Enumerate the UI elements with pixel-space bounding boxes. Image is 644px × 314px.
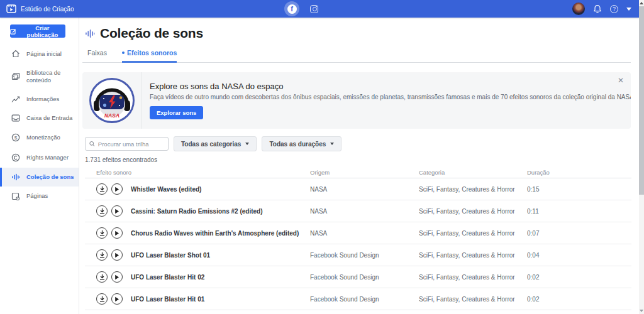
- track-name-cell: UFO Laser Blaster Hit 01: [85, 293, 310, 305]
- track-name-cell: UFO Laser Blaster Hit 02: [85, 271, 310, 283]
- search-input[interactable]: [98, 141, 164, 148]
- avatar[interactable]: [572, 3, 585, 15]
- help-icon[interactable]: ?: [610, 5, 618, 13]
- play-button[interactable]: [111, 271, 123, 283]
- copyright-icon: [11, 153, 20, 162]
- facebook-tab[interactable]: f: [284, 1, 299, 16]
- sidebar-item-sound-collection[interactable]: Coleção de sons: [0, 168, 79, 187]
- table-row: Whistler Waves (edited) NASA SciFi, Fant…: [85, 178, 631, 200]
- table-header-row: Efeito sonoro Origem Categoria Duração: [85, 166, 631, 178]
- search-box: [85, 137, 169, 151]
- table-row: UFO Laser Blaster Shot 01 Facebook Sound…: [85, 244, 631, 266]
- track-category: SciFi, Fantasy, Creatures & Horror: [419, 274, 527, 281]
- banner-close-icon[interactable]: ✕: [618, 77, 624, 84]
- track-origin: Facebook Sound Design: [310, 252, 419, 259]
- play-button[interactable]: [111, 249, 123, 261]
- track-category: SciFi, Fantasy, Creatures & Horror: [419, 208, 527, 215]
- download-icon: [99, 296, 105, 302]
- platform-switcher: f: [284, 0, 318, 18]
- download-button[interactable]: [96, 205, 108, 217]
- play-button[interactable]: [111, 293, 123, 305]
- create-post-button[interactable]: Criar publicação: [10, 24, 65, 38]
- download-button[interactable]: [96, 271, 108, 283]
- banner-title: Explore os sons da NASA do espaço: [150, 82, 631, 91]
- play-button[interactable]: [111, 227, 123, 239]
- chevron-down-icon: [330, 143, 334, 145]
- nasa-promo-banner: NASA Explore os sons da NASA do espaço F…: [82, 72, 631, 129]
- play-icon: [114, 230, 119, 236]
- track-origin: NASA: [310, 208, 419, 215]
- svg-text:NASA: NASA: [104, 112, 119, 119]
- download-button[interactable]: [96, 227, 108, 239]
- insights-chart-icon: [11, 95, 20, 103]
- scrollbar-thumb[interactable]: [639, 6, 644, 195]
- track-duration: 0:11: [527, 208, 631, 215]
- notifications-bell-icon[interactable]: [593, 4, 602, 14]
- search-icon: [89, 141, 95, 147]
- track-category: SciFi, Fantasy, Creatures & Horror: [419, 186, 527, 193]
- track-category: SciFi, Fantasy, Creatures & Horror: [419, 230, 527, 237]
- sidebar-item-label: Rights Manager: [26, 154, 75, 161]
- pages-icon: [11, 192, 20, 200]
- results-count: 1.731 efeitos encontrados: [82, 156, 631, 163]
- scrollbar[interactable]: [639, 0, 644, 314]
- download-button[interactable]: [96, 249, 108, 261]
- app-brand[interactable]: Estúdio de Criação: [0, 4, 74, 14]
- track-duration: 0:15: [527, 186, 631, 193]
- column-header-duration: Duração: [527, 169, 631, 176]
- track-origin: Facebook Sound Design: [310, 274, 419, 281]
- play-button[interactable]: [111, 183, 123, 195]
- scroll-up-arrow-icon[interactable]: [640, 2, 643, 4]
- play-icon: [114, 208, 119, 214]
- column-header-effect: Efeito sonoro: [85, 169, 310, 176]
- tab-tracks[interactable]: Faixas: [87, 49, 107, 62]
- sidebar-item-label: Coleção de sons: [26, 173, 75, 181]
- account-menu-caret-icon[interactable]: [626, 8, 631, 11]
- category-filter-dropdown[interactable]: Todas as categorias: [174, 136, 257, 151]
- track-duration: 0:02: [527, 274, 631, 281]
- track-name: UFO Laser Blaster Shot 01: [131, 252, 210, 259]
- category-filter-label: Todas as categorias: [181, 141, 241, 148]
- sidebar-item-inbox[interactable]: Caixa de Entrada: [0, 109, 79, 127]
- monetization-dollar-icon: $: [11, 133, 20, 142]
- download-icon: [99, 230, 105, 236]
- sidebar-item-rights-manager[interactable]: Rights Manager: [0, 148, 79, 168]
- download-button[interactable]: [96, 183, 108, 195]
- track-duration: 0:02: [527, 296, 631, 303]
- sidebar-item-label: Páginas: [26, 192, 75, 200]
- table-row: Facebook Sound Design: [85, 310, 631, 314]
- sound-effects-table: Efeito sonoro Origem Categoria Duração W…: [85, 166, 631, 314]
- track-origin: NASA: [310, 230, 419, 237]
- top-navigation-bar: Estúdio de Criação f ?: [0, 0, 639, 18]
- create-post-label: Criar publicação: [19, 24, 65, 38]
- app-title: Estúdio de Criação: [21, 6, 74, 13]
- track-name-cell: Cassini: Saturn Radio Emissions #2 (edit…: [85, 205, 310, 217]
- sidebar-item-label: Página inicial: [26, 50, 75, 58]
- download-icon: [99, 208, 105, 214]
- column-header-category: Categoria: [419, 169, 527, 176]
- play-button[interactable]: [111, 205, 123, 217]
- banner-body: Explore os sons da NASA do espaço Faça v…: [142, 82, 631, 119]
- sidebar-item-content-library[interactable]: Biblioteca de conteúdo: [0, 63, 79, 90]
- play-icon: [114, 252, 119, 258]
- sidebar-item-label: Biblioteca de conteúdo: [26, 69, 75, 84]
- sidebar-item-home[interactable]: Página inicial: [0, 44, 79, 63]
- tab-sound-effects[interactable]: Efeitos sonoros: [122, 49, 177, 63]
- table-row: Chorus Radio Waves within Earth's Atmosp…: [85, 222, 631, 244]
- scroll-down-arrow-icon[interactable]: [640, 310, 643, 312]
- track-category: SciFi, Fantasy, Creatures & Horror: [419, 252, 527, 259]
- track-name-cell: Chorus Radio Waves within Earth's Atmosp…: [85, 227, 310, 239]
- sidebar-item-monetization[interactable]: $ Monetização: [0, 127, 79, 148]
- track-duration: 0:07: [527, 230, 631, 237]
- track-name-cell: Whistler Waves (edited): [85, 183, 310, 195]
- instagram-tab[interactable]: [310, 5, 318, 13]
- duration-filter-dropdown[interactable]: Todas as durações: [262, 136, 341, 151]
- sidebar-item-insights[interactable]: Informações: [0, 90, 79, 109]
- sidebar-item-pages[interactable]: Páginas: [0, 187, 79, 206]
- download-button[interactable]: [96, 293, 108, 305]
- track-duration: 0:04: [527, 252, 631, 259]
- table-row: Cassini: Saturn Radio Emissions #2 (edit…: [85, 200, 631, 222]
- explore-sounds-button[interactable]: Explorar sons: [150, 106, 203, 119]
- new-indicator-dot: [122, 51, 125, 54]
- play-icon: [114, 274, 119, 280]
